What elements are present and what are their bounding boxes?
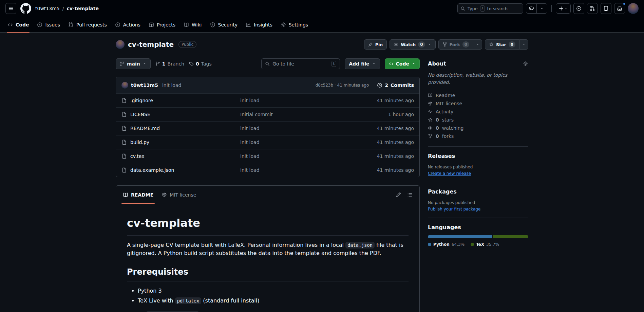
commit-author-avatar[interactable] [121, 82, 128, 89]
issue-opened-icon [576, 6, 582, 11]
file-commit-time: 41 minutes ago [356, 153, 414, 159]
language-bar-tex[interactable] [493, 235, 528, 238]
file-link[interactable]: LICENSE [121, 112, 240, 117]
file-link[interactable]: .gitignore [121, 98, 240, 103]
create-release-link[interactable]: Create a new release [428, 171, 471, 176]
fork-count: 0 [462, 41, 469, 48]
copilot-button [526, 3, 547, 14]
file-commit-message[interactable]: init load [240, 98, 356, 103]
repo-icon [603, 6, 609, 11]
prerequisites-list: Python 3 TeX Live with pdflatex (standar… [127, 287, 409, 305]
sidebar-item-activity[interactable]: Activity [428, 108, 528, 116]
tab-actions[interactable]: Actions [112, 17, 144, 32]
file-icon [121, 167, 127, 173]
pull-requests-header-button[interactable] [587, 3, 598, 14]
issues-header-button[interactable] [573, 3, 584, 14]
tab-settings[interactable]: Settings [277, 17, 311, 32]
copilot-icon [529, 6, 534, 11]
language-bar-python[interactable] [428, 235, 492, 238]
fork-menu-button[interactable] [473, 39, 482, 50]
commit-meta[interactable]: d8c523b · 41 minutes ago [316, 83, 369, 88]
copilot-menu-button[interactable] [536, 4, 547, 13]
tab-wiki[interactable]: Wiki [180, 17, 205, 32]
sidebar-item-forks[interactable]: 0 forks [428, 132, 528, 140]
git-pull-request-icon [68, 22, 74, 27]
global-nav-menu-button[interactable] [5, 3, 16, 14]
tags-link[interactable]: 0 Tags [189, 61, 212, 67]
pin-icon [368, 42, 373, 47]
pin-button[interactable]: Pin [364, 39, 387, 50]
code-icon [7, 22, 13, 27]
table-row: cv.tex init load 41 minutes ago [116, 149, 419, 163]
file-commit-message[interactable]: init load [240, 126, 356, 131]
repo-title[interactable]: cv-template [128, 40, 174, 49]
notifications-inbox-button[interactable] [614, 3, 625, 14]
code-dropdown-button[interactable]: Code [385, 58, 420, 69]
fork-button-group: Fork 0 [438, 39, 482, 50]
branches-link[interactable]: 1 Branch [155, 61, 184, 67]
tab-pull-requests[interactable]: Pull requests [65, 17, 110, 32]
repo-owner-avatar[interactable] [116, 40, 125, 49]
tab-code[interactable]: Code [4, 17, 32, 32]
inbox-icon [617, 6, 622, 11]
sidebar-item-watching[interactable]: 0 watching [428, 124, 528, 132]
sidebar-item-license[interactable]: MIT license [428, 99, 528, 108]
commit-history-link[interactable]: 2 Commits [377, 82, 414, 88]
visibility-badge: Public [178, 41, 197, 48]
tab-insights[interactable]: Insights [242, 17, 276, 32]
language-tex[interactable]: TeX 35.7% [471, 242, 499, 247]
tab-mit-license[interactable]: MIT license [157, 186, 200, 204]
about-heading: About [428, 60, 446, 67]
file-commit-message[interactable]: init load [240, 153, 356, 159]
file-link[interactable]: README.md [121, 126, 240, 131]
global-search-input[interactable]: Type / to search [457, 3, 523, 14]
sidebar-item-stars[interactable]: 0 stars [428, 116, 528, 124]
star-menu-button[interactable] [519, 39, 528, 50]
commit-message[interactable]: init load [162, 82, 182, 88]
tab-issues[interactable]: Issues [34, 17, 63, 32]
file-commit-message[interactable]: init load [240, 167, 356, 173]
commit-author[interactable]: t0wt13m5 [131, 82, 158, 88]
readme-panel: README MIT license cv-template A single-… [116, 185, 420, 312]
user-avatar[interactable] [628, 3, 639, 14]
outline-list-icon[interactable] [407, 192, 413, 198]
languages-section: Languages Python 64.3% TeX 35.7% [428, 224, 528, 253]
language-legend: Python 64.3% TeX 35.7% [428, 242, 528, 247]
branch-selector[interactable]: main [116, 58, 151, 69]
tag-icon [189, 61, 194, 66]
search-icon [265, 61, 270, 66]
repositories-header-button[interactable] [601, 3, 611, 14]
file-icon [121, 98, 127, 103]
fork-button[interactable]: Fork 0 [438, 39, 473, 50]
breadcrumb-repo[interactable]: cv-template [67, 6, 98, 11]
graph-icon [246, 22, 251, 27]
table-row: README.md init load 41 minutes ago [116, 121, 419, 135]
language-bar[interactable] [428, 235, 528, 238]
three-bars-icon [8, 6, 14, 11]
file-commit-message[interactable]: Initial commit [240, 112, 356, 117]
tab-readme[interactable]: README [119, 186, 157, 204]
sidebar-item-readme[interactable]: Readme [428, 91, 528, 99]
publish-package-link[interactable]: Publish your first package [428, 207, 480, 212]
copilot-chat-button[interactable] [526, 4, 536, 13]
shield-icon [210, 22, 215, 27]
file-link[interactable]: cv.tex [121, 153, 240, 159]
pencil-icon[interactable] [396, 192, 401, 198]
language-python[interactable]: Python 64.3% [428, 242, 465, 247]
file-link[interactable]: data.example.json [121, 167, 240, 173]
create-new-button[interactable] [556, 3, 571, 14]
go-to-file-input[interactable]: Go to file t [261, 58, 340, 69]
law-icon [162, 192, 167, 198]
tab-security[interactable]: Security [207, 17, 241, 32]
add-file-button[interactable]: Add file [345, 58, 380, 69]
file-link[interactable]: build.py [121, 140, 240, 145]
star-button[interactable]: Star 0 [485, 39, 519, 50]
pulse-icon [428, 109, 433, 114]
file-commit-message[interactable]: init load [240, 140, 356, 145]
gear-icon[interactable] [523, 61, 528, 67]
github-logo[interactable] [20, 3, 31, 14]
tab-projects[interactable]: Projects [145, 17, 179, 32]
watch-button[interactable]: Watch 0 [390, 39, 435, 50]
breadcrumb-owner[interactable]: t0wt13m5 [35, 6, 60, 11]
repo-forked-icon [428, 134, 433, 139]
